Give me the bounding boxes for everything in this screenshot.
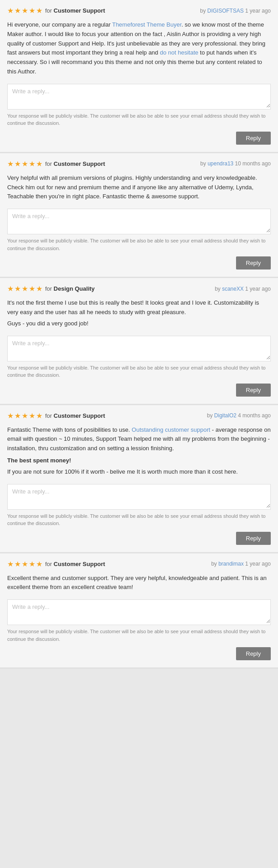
review-header: ★★★★★ for Customer Support by DIGISOFTSA…	[7, 6, 271, 15]
reply-area	[7, 484, 271, 510]
review-header-left: ★★★★★ for Customer Support	[7, 411, 105, 420]
body-link[interactable]: do not hesitate	[160, 49, 198, 56]
review-body-highlight: The best spent money!	[7, 457, 71, 464]
star-icon: ★	[36, 284, 42, 293]
reply-footer: Reply	[7, 256, 271, 270]
reply-area	[7, 209, 271, 234]
star-icon: ★	[36, 6, 42, 15]
by-label: by	[211, 561, 218, 567]
star-icon: ★	[14, 411, 21, 420]
reply-footer: Reply	[7, 132, 271, 145]
reply-button[interactable]: Reply	[236, 384, 271, 397]
star-icon: ★	[22, 6, 28, 15]
star-icon: ★	[36, 411, 42, 420]
review-header-left: ★★★★★ for Customer Support	[7, 560, 105, 568]
star-rating: ★★★★★	[7, 160, 42, 168]
reply-textarea[interactable]	[8, 600, 270, 623]
for-label: for Customer Support	[45, 160, 105, 167]
review-meta: by upendra13 10 months ago	[200, 160, 271, 167]
review-body: Fantastic Theme with tons of posibilitie…	[7, 425, 271, 477]
reply-button[interactable]: Reply	[236, 647, 271, 660]
review-category: Customer Support	[54, 412, 105, 419]
star-rating: ★★★★★	[7, 284, 42, 293]
star-rating: ★★★★★	[7, 6, 42, 15]
reply-notice: Your response will be publicly visible. …	[7, 112, 271, 127]
review-meta: by DIGISOFTSAS 1 year ago	[200, 8, 271, 14]
author-link[interactable]: upendra13	[208, 160, 233, 167]
review-header: ★★★★★ for Customer Support by upendra13 …	[7, 160, 271, 168]
for-label: for Customer Support	[45, 7, 105, 14]
review-meta: by brandimax 1 year ago	[211, 561, 271, 567]
review-header: ★★★★★ for Customer Support by brandimax …	[7, 560, 271, 568]
star-icon: ★	[7, 411, 14, 420]
review-block-4: ★★★★★ for Customer Support by DigitalO2 …	[0, 405, 278, 553]
reply-notice: Your response will be publicly visible. …	[7, 512, 271, 527]
for-label: for Design Quality	[45, 285, 95, 292]
review-block-5: ★★★★★ for Customer Support by brandimax …	[0, 553, 278, 669]
review-body-text: Guys - you did a very good job!	[7, 319, 271, 329]
star-icon: ★	[29, 560, 35, 568]
star-rating: ★★★★★	[7, 411, 42, 420]
body-link[interactable]: Themeforest Theme Buyer	[112, 21, 181, 28]
star-icon: ★	[22, 284, 28, 293]
by-label: by	[215, 286, 222, 292]
star-icon: ★	[7, 284, 14, 293]
by-label: by	[200, 8, 207, 14]
review-body-text: Very helpful with all premium versions o…	[7, 174, 271, 201]
author-link[interactable]: DigitalO2	[214, 412, 236, 419]
reply-textarea[interactable]	[8, 484, 270, 508]
review-body-text: Fantastic Theme with tons of posibilitie…	[7, 425, 271, 453]
review-body-text: Excellent theme and customer support. Th…	[7, 574, 271, 593]
star-icon: ★	[29, 160, 35, 168]
author-link[interactable]: DIGISOFTSAS	[207, 8, 244, 14]
review-header-left: ★★★★★ for Customer Support	[7, 160, 105, 168]
reply-button[interactable]: Reply	[236, 132, 271, 145]
star-icon: ★	[36, 560, 42, 568]
review-block-1: ★★★★★ for Customer Support by DIGISOFTSA…	[0, 0, 278, 153]
time-ago: 1 year ago	[244, 286, 271, 292]
review-meta: by DigitalO2 4 months ago	[207, 412, 271, 419]
author-link[interactable]: scaneXX	[222, 286, 244, 292]
reply-notice: Your response will be publicly visible. …	[7, 628, 271, 643]
review-category: Customer Support	[54, 160, 105, 167]
reply-footer: Reply	[7, 384, 271, 397]
star-icon: ★	[22, 411, 28, 420]
review-body: Excellent theme and customer support. Th…	[7, 574, 271, 593]
author-link[interactable]: brandimax	[218, 561, 244, 567]
reply-textarea[interactable]	[8, 84, 270, 108]
time-ago: 1 year ago	[244, 8, 271, 14]
review-block-3: ★★★★★ for Design Quality by scaneXX 1 ye…	[0, 278, 278, 405]
reply-area	[7, 599, 271, 625]
reply-notice: Your response will be publicly visible. …	[7, 237, 271, 252]
reply-footer: Reply	[7, 532, 271, 545]
star-icon: ★	[7, 160, 14, 168]
review-body: Hi everyone, our company are a regular T…	[7, 20, 271, 77]
review-body-text: If you are not sure for 100% if it worth…	[7, 467, 271, 477]
reply-textarea[interactable]	[8, 209, 270, 233]
review-header-left: ★★★★★ for Customer Support	[7, 6, 105, 15]
star-icon: ★	[7, 6, 14, 15]
star-icon: ★	[29, 6, 35, 15]
reply-textarea[interactable]	[8, 336, 270, 360]
star-icon: ★	[22, 160, 28, 168]
star-rating: ★★★★★	[7, 560, 42, 568]
reply-area	[7, 336, 271, 361]
by-label: by	[200, 160, 208, 167]
by-label: by	[207, 412, 214, 419]
reply-footer: Reply	[7, 647, 271, 660]
review-body: Very helpful with all premium versions o…	[7, 174, 271, 201]
review-body-text: It's not the first theme I use but this …	[7, 298, 271, 317]
star-icon: ★	[14, 560, 21, 568]
reply-notice: Your response will be publicly visible. …	[7, 364, 271, 379]
star-icon: ★	[14, 6, 21, 15]
reply-button[interactable]: Reply	[236, 256, 271, 270]
review-category: Design Quality	[54, 285, 95, 292]
time-ago: 1 year ago	[244, 561, 271, 567]
reply-button[interactable]: Reply	[236, 532, 271, 545]
reply-area	[7, 84, 271, 110]
review-category: Customer Support	[54, 7, 105, 14]
review-header: ★★★★★ for Design Quality by scaneXX 1 ye…	[7, 284, 271, 293]
body-text: Fantastic Theme	[7, 426, 51, 433]
star-icon: ★	[14, 160, 21, 168]
review-header-left: ★★★★★ for Design Quality	[7, 284, 95, 293]
